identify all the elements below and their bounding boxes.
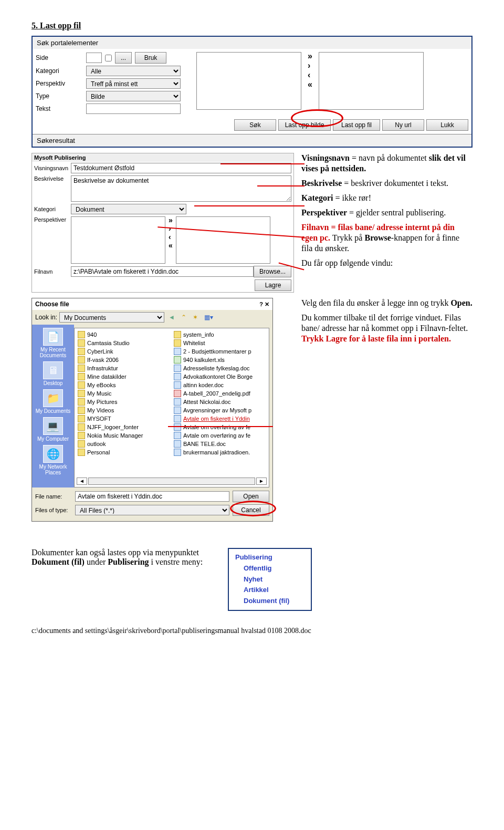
search-panel-title: Søk portalelementer [33, 37, 471, 49]
file-label: Mine datakilder [87, 374, 127, 380]
file-item[interactable]: Camtasia Studio [78, 339, 170, 347]
file-item[interactable]: If-vask 2006 [78, 356, 170, 364]
perspektiv-select[interactable]: Treff på minst ett [86, 78, 181, 89]
file-item[interactable]: Attest Nickolai.doc [174, 398, 266, 406]
bruk-button[interactable]: Bruk [135, 52, 166, 64]
file-label: system_info [183, 331, 214, 338]
file-label: My Music [87, 390, 111, 397]
tekst-input[interactable] [86, 103, 181, 114]
menu-item[interactable]: Dokument (fil) [235, 596, 304, 607]
file-item[interactable]: Personal [78, 448, 170, 456]
file-item[interactable]: Mine datakilder [78, 372, 170, 381]
kategori2-select[interactable]: Dokument [71, 204, 186, 214]
place-network[interactable]: 🌐My Network Places [33, 445, 73, 475]
file-label: Personal [87, 449, 110, 455]
folder-icon [78, 398, 85, 406]
file-item[interactable]: BANE TELE.doc [174, 440, 266, 448]
persp-all-left-icon[interactable]: « [169, 242, 173, 249]
place-mydocs[interactable]: 📁My Documents [36, 389, 71, 414]
lookin-select[interactable]: My Documents [59, 312, 164, 323]
instruction-text: Visningsnavn = navn på dokumentet slik d… [301, 153, 472, 293]
file-label: Advokatkontoret Ole Borge [183, 374, 253, 380]
lagre-button[interactable]: Lagre [255, 279, 291, 291]
move-all-right-icon[interactable]: » [308, 52, 312, 60]
side-checkbox[interactable] [105, 55, 112, 61]
sok-button[interactable]: Søk [234, 119, 276, 131]
file-item[interactable]: My eBooks [78, 381, 170, 389]
lukk-button[interactable]: Lukk [426, 119, 468, 131]
file-item[interactable]: system_info [174, 330, 266, 339]
place-recent[interactable]: 📄My Recent Documents [33, 328, 73, 358]
new-folder-icon[interactable]: ✶ [191, 314, 200, 321]
file-label: If-vask 2006 [87, 357, 119, 363]
file-item[interactable]: My Videos [78, 406, 170, 414]
file-name-input[interactable] [75, 491, 229, 502]
file-item[interactable]: Avtale om fiskerett i Yddin [174, 414, 266, 423]
file-item[interactable]: Infrastruktur [78, 364, 170, 372]
file-label: My eBooks [87, 382, 116, 388]
file-item[interactable]: Avgrensninger av Mysoft p [174, 406, 266, 414]
perspektiver-right-list[interactable] [176, 216, 270, 264]
filnavn-input[interactable] [71, 266, 254, 277]
file-item[interactable]: CyberLink [78, 347, 170, 356]
highlight-last-opp-fil [291, 109, 343, 127]
file-item[interactable]: Whitelist [174, 339, 266, 347]
search-list-left[interactable] [196, 52, 301, 110]
menu-title[interactable]: Publisering [235, 552, 304, 563]
nav-up-icon[interactable]: ⌃ [179, 314, 188, 321]
file-item[interactable]: 940 [78, 330, 170, 339]
label-kategori2: Kategori [34, 206, 71, 212]
file-item[interactable]: My Pictures [78, 398, 170, 406]
menu-item[interactable]: Nyhet [235, 574, 304, 585]
file-item[interactable]: My Music [78, 389, 170, 398]
file-label: Camtasia Studio [87, 340, 130, 346]
move-left-icon[interactable]: ‹ [308, 71, 312, 79]
file-item[interactable]: Avtale om overføring av fe [174, 423, 266, 431]
perspektiver-left-list[interactable] [71, 216, 165, 264]
file-item[interactable]: A-tabell_2007_endelig.pdf [174, 389, 266, 398]
file-name-label: File name: [35, 493, 72, 500]
visningsnavn-input[interactable] [71, 163, 291, 173]
file-item[interactable]: brukermanual jaktradioen. [174, 448, 266, 456]
file-item[interactable]: 2 - Budsjettkommentarer p [174, 347, 266, 356]
help-icon[interactable]: ? [259, 301, 263, 307]
menu-item[interactable]: Artikkel [235, 585, 304, 596]
browse-button[interactable]: Browse... [254, 266, 291, 277]
move-right-icon[interactable]: › [308, 61, 312, 70]
move-all-left-icon[interactable]: « [308, 80, 312, 89]
file-item[interactable]: Avtale om overføring av fe [174, 431, 266, 440]
menu-item[interactable]: Offentlig [235, 563, 304, 574]
file-item[interactable]: Adresseliste fylkeslag.doc [174, 364, 266, 372]
view-menu-icon[interactable]: ▦▾ [202, 314, 215, 321]
search-list-right[interactable] [319, 52, 424, 110]
kategori-select[interactable]: Alle [86, 66, 181, 76]
file-label: CyberLink [87, 348, 113, 355]
side-input[interactable] [86, 53, 102, 63]
file-item[interactable]: 940 kalkulert.xls [174, 356, 266, 364]
label-perspektiver: Perspektiver [34, 216, 71, 223]
file-item[interactable]: altinn koder.doc [174, 381, 266, 389]
file-list-pane[interactable]: 940Camtasia StudioCyberLinkIf-vask 2006I… [74, 328, 269, 487]
beskrivelse-input[interactable] [71, 175, 291, 202]
persp-all-right-icon[interactable]: » [169, 216, 173, 224]
file-item[interactable]: NJFF_logoer_fonter [78, 423, 170, 431]
file-label: 940 kalkulert.xls [183, 357, 225, 363]
ny-url-button[interactable]: Ny url [382, 119, 424, 131]
file-item[interactable]: Nokia Music Manager [78, 431, 170, 440]
folder-icon [174, 331, 181, 338]
file-item[interactable]: outlook [78, 440, 170, 448]
persp-left-icon[interactable]: ‹ [169, 233, 173, 241]
type-select[interactable]: Bilde [86, 91, 181, 101]
scroll-right-icon[interactable]: ► [256, 478, 267, 485]
close-icon[interactable]: ✕ [265, 301, 269, 307]
place-mycomputer[interactable]: 💻My Computer [37, 417, 69, 442]
files-type-select[interactable]: All Files (*.*) [75, 505, 229, 515]
ellipsis-button[interactable]: ... [115, 52, 132, 64]
file-item[interactable]: MYSOFT [78, 414, 170, 423]
nav-back-icon[interactable]: ◄ [166, 314, 177, 321]
place-desktop[interactable]: 🖥Desktop [43, 361, 63, 386]
scroll-left-icon[interactable]: ◄ [77, 478, 87, 485]
file-dialog: Choose file ? ✕ Look in: My Documents ◄ … [32, 298, 273, 522]
label-side: Side [36, 54, 83, 61]
file-item[interactable]: Advokatkontoret Ole Borge [174, 372, 266, 381]
